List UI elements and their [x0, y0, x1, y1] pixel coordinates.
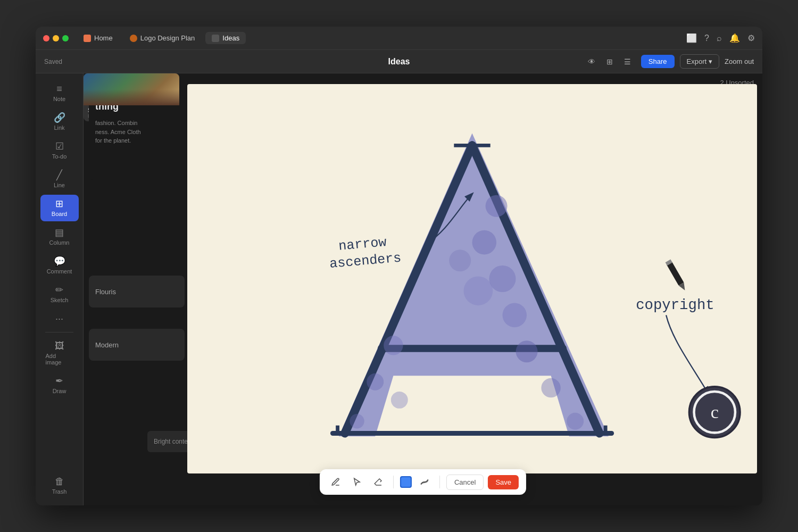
sidebar-item-line[interactable]: ╱ Line	[40, 166, 79, 193]
svg-text:copyright: copyright	[636, 297, 714, 313]
svg-point-5	[464, 276, 493, 305]
note-icon: ≡	[56, 84, 62, 94]
minimize-button[interactable]	[53, 35, 59, 41]
save-button[interactable]: Save	[488, 475, 519, 489]
close-button[interactable]	[43, 35, 49, 41]
pen-tool-button[interactable]	[327, 473, 344, 491]
svg-point-12	[367, 373, 384, 390]
sidebar-item-todo-label: To-do	[52, 153, 67, 160]
eye-icon[interactable]: 👁	[584, 54, 600, 70]
eraser-tool-button[interactable]	[370, 473, 387, 491]
draw-icon: ✒	[55, 376, 63, 386]
chevron-down-icon: ▾	[709, 57, 712, 65]
export-label: Export	[687, 57, 707, 65]
sidebar-item-sketch[interactable]: ✏ Sketch	[40, 281, 79, 307]
svg-point-1	[472, 230, 497, 255]
drawing-toolbar: Cancel Save	[320, 469, 526, 495]
add-image-icon: 🖼	[55, 341, 64, 351]
ideas-tab-icon	[212, 35, 219, 42]
toolbar-separator-2	[439, 476, 440, 488]
sidebar-item-note[interactable]: ≡ Note	[40, 80, 79, 106]
svg-point-8	[391, 392, 408, 409]
sidebar: ≡ Note 🔗 Link ☑ To-do ╱ Line ⊞ Board ▤ C…	[36, 73, 84, 505]
sidebar-item-trash-label: Trash	[52, 488, 67, 495]
cancel-button[interactable]: Cancel	[446, 475, 484, 490]
todo-icon: ☑	[55, 142, 64, 151]
tab-ideas-label: Ideas	[222, 34, 239, 42]
search-icon[interactable]: ⌕	[717, 34, 722, 43]
svg-point-10	[567, 413, 584, 430]
svg-point-0	[486, 195, 508, 217]
help-icon[interactable]: ?	[704, 34, 709, 43]
link-icon: 🔗	[54, 113, 65, 122]
maximize-button[interactable]	[62, 35, 69, 41]
notifications-icon[interactable]: 🔔	[729, 33, 740, 43]
app-window: Home Logo Design Plan Ideas ⬜ ? ⌕ 🔔 ⚙ Sa…	[36, 27, 762, 505]
svg-text:narrow: narrow	[338, 235, 387, 254]
main-layout: ≡ Note 🔗 Link ☑ To-do ╱ Line ⊞ Board ▤ C…	[36, 73, 762, 505]
sidebar-toggle-icon[interactable]: ⬜	[686, 33, 697, 43]
list-view-icon[interactable]: ☰	[620, 54, 636, 70]
sidebar-item-draw[interactable]: ✒ Draw	[40, 372, 79, 398]
card-dark-text: fashion. Combinness. Acme Clothfor the p…	[89, 119, 185, 145]
color-picker[interactable]	[400, 476, 412, 488]
select-tool-button[interactable]	[348, 473, 365, 491]
svg-point-6	[449, 250, 471, 271]
column-icon: ▤	[55, 228, 64, 237]
saved-status: Saved	[44, 58, 62, 65]
dark-card[interactable]: thing fashion. Combinness. Acme Clothfor…	[89, 95, 185, 180]
comment-icon: 💬	[54, 256, 65, 266]
tab-ideas[interactable]: Ideas	[205, 32, 246, 44]
sidebar-item-column[interactable]: ▤ Column	[40, 223, 79, 250]
tab-home-label: Home	[94, 34, 113, 42]
svg-rect-15	[667, 262, 684, 286]
view-icons: 👁 ⊞ ☰	[584, 54, 636, 70]
svg-text:c: c	[711, 402, 719, 422]
export-button[interactable]: Export ▾	[680, 54, 720, 69]
modern-label: Modern	[95, 341, 119, 349]
more-icon: ···	[55, 314, 63, 323]
content-area: 2 Unsorted thing fashion. Combinness. Ac…	[84, 73, 762, 505]
app-toolbar: Saved Ideas 👁 ⊞ ☰ Share Export ▾ Zoom ou…	[36, 50, 762, 73]
toolbar-separator-1	[393, 476, 394, 488]
sidebar-item-trash[interactable]: 🗑 Trash	[40, 472, 79, 499]
sidebar-item-board[interactable]: ⊞ Board	[40, 195, 79, 221]
sidebar-item-column-label: Column	[49, 239, 70, 246]
sidebar-item-more[interactable]: ···	[40, 310, 79, 328]
tab-logo-label: Logo Design Plan	[140, 34, 195, 42]
svg-point-3	[502, 303, 527, 328]
tab-logo-design-plan[interactable]: Logo Design Plan	[123, 32, 202, 44]
flourish-label: Flouris	[95, 288, 116, 296]
card-flourish[interactable]: Flouris	[89, 276, 185, 307]
trash-icon: 🗑	[55, 477, 64, 486]
sidebar-item-add-image[interactable]: 🖼 Add image	[40, 337, 79, 370]
svg-point-2	[489, 265, 516, 292]
svg-point-9	[350, 414, 364, 428]
board-icon: ⊞	[55, 199, 63, 209]
sidebar-item-board-label: Board	[52, 211, 67, 217]
settings-icon[interactable]: ⚙	[747, 33, 755, 43]
pressure-tool-button[interactable]	[416, 473, 433, 491]
sidebar-item-comment-label: Comment	[47, 268, 72, 275]
logo-tab-icon	[130, 35, 137, 42]
sketch-canvas-overlay[interactable]: narrow ascenders	[187, 84, 757, 473]
share-button[interactable]: Share	[641, 55, 675, 68]
svg-point-7	[541, 378, 560, 397]
sidebar-divider	[45, 332, 73, 332]
svg-point-11	[384, 336, 403, 355]
zoom-out-button[interactable]: Zoom out	[725, 57, 754, 65]
tab-home[interactable]: Home	[77, 32, 119, 44]
sidebar-item-comment[interactable]: 💬 Comment	[40, 252, 79, 279]
sidebar-item-add-image-label: Add image	[46, 353, 73, 365]
sidebar-item-todo[interactable]: ☑ To-do	[40, 137, 79, 164]
landscape-image	[84, 73, 179, 105]
sidebar-item-draw-label: Draw	[53, 388, 66, 394]
card-modern[interactable]: Modern	[89, 329, 185, 361]
toolbar-right-actions: 👁 ⊞ ☰ Share Export ▾ Zoom out	[584, 54, 754, 70]
letter-a-group	[332, 134, 611, 437]
sketch-icon: ✏	[55, 285, 63, 295]
titlebar: Home Logo Design Plan Ideas ⬜ ? ⌕ 🔔 ⚙	[36, 27, 762, 50]
grid-view-icon[interactable]: ⊞	[602, 54, 618, 70]
sidebar-item-link[interactable]: 🔗 Link	[40, 109, 79, 135]
svg-point-4	[516, 340, 538, 362]
